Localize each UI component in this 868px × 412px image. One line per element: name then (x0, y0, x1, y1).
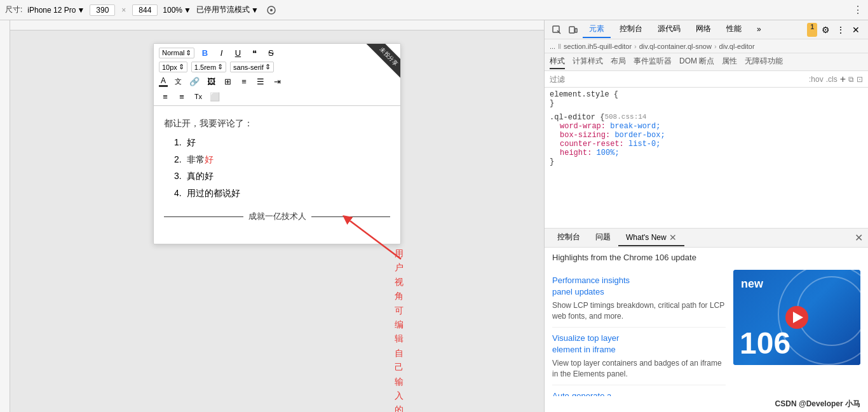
throttle-mode-label: 已停用节流模式 (196, 4, 250, 15)
device-selector[interactable]: iPhone 12 Pro ▼ (27, 6, 85, 15)
subtab-styles[interactable]: 样式 (550, 55, 565, 69)
bottom-tab-issues[interactable]: 问题 (588, 229, 618, 246)
text-color-button[interactable]: A (159, 76, 168, 87)
list-item: 3. 真的好 (174, 169, 390, 183)
top-toolbar: 尺寸: iPhone 12 Pro ▼ × 100% ▼ 已停用节流模式 ▼ ⋮ (0, 0, 868, 20)
styles-subtabs: 样式 计算样式 布局 事件监听器 DOM 断点 属性 无障碍功能 (545, 53, 868, 71)
list-text-4: 用过的都说好 (187, 188, 240, 198)
line-height-select[interactable]: 1.5rem ⇕ (191, 62, 226, 72)
filter-clear-button[interactable]: ⊡ (857, 75, 863, 84)
feature-title-1[interactable]: Performance insightspanel updates (552, 275, 726, 298)
feature-title-2[interactable]: Visualize top layerelement in iframe (552, 333, 726, 356)
css-close-ql: } (550, 157, 554, 166)
bottom-tabs: 控制台 问题 What's New ✕ ✕ (545, 229, 868, 248)
filter-hov[interactable]: :hov (809, 75, 824, 84)
video-new-label: new (741, 277, 763, 291)
editor-content[interactable]: 都让开，我要评论了： 1. 好 2. 非常好 3. 真的好 (154, 106, 400, 244)
subtab-properties[interactable]: 属性 (722, 55, 737, 69)
breadcrumb-sep-1: ll (558, 43, 561, 50)
network-icon[interactable] (264, 3, 279, 18)
more-options-button[interactable]: ⋮ (853, 4, 863, 16)
strikethrough-button[interactable]: S (264, 46, 277, 59)
bold-button[interactable]: B (198, 46, 211, 59)
tab-performance[interactable]: 性能 (720, 21, 748, 38)
css-prop-height: height: 100%; (550, 149, 620, 157)
list-text-1: 好 (187, 137, 196, 147)
list-num-3: 3. (174, 171, 182, 181)
throttle-dropdown-icon: ▼ (251, 6, 259, 15)
tab-more[interactable]: » (750, 22, 768, 37)
subtab-accessibility[interactable]: 无障碍功能 (745, 55, 783, 69)
subtab-dom-breakpoints[interactable]: DOM 断点 (679, 55, 714, 69)
subtab-computed[interactable]: 计算样式 (573, 55, 603, 69)
filter-cls[interactable]: .cls (826, 75, 837, 84)
css-source-ql[interactable]: 508.css:14 (604, 113, 646, 122)
height-input[interactable] (132, 4, 158, 16)
css-val-boxsizing: border-box; (614, 131, 665, 140)
font-size-value: 10px (162, 63, 177, 71)
vertical-ruler (0, 20, 10, 412)
font-family-dropdown-icon: ⇕ (265, 63, 271, 71)
customize-button[interactable]: ⋮ (834, 23, 848, 37)
link-button[interactable]: 🔗 (188, 75, 201, 88)
underline-button[interactable]: U (231, 46, 244, 59)
font-family-select[interactable]: sans-serif ⇕ (230, 62, 274, 72)
indent-button[interactable]: ⇥ (271, 75, 283, 88)
clear-format-button[interactable]: Tx (192, 90, 205, 103)
tab-network[interactable]: 网络 (689, 21, 717, 38)
settings-button[interactable]: ⚙ (818, 23, 832, 37)
quote-button[interactable]: ❝ (248, 46, 261, 59)
tab-elements[interactable]: 元素 (583, 21, 611, 38)
whats-new-close-x[interactable]: ✕ (669, 232, 677, 243)
code-block-button[interactable]: ⬜ (208, 90, 221, 103)
filter-add-button[interactable]: + (840, 74, 846, 85)
bottom-tab-whats-new[interactable]: What's New ✕ (618, 230, 684, 246)
zoom-dropdown-icon: ▼ (184, 6, 191, 15)
format-select[interactable]: Normal ⇕ (159, 48, 194, 58)
tab-console[interactable]: 控制台 (613, 21, 649, 38)
filter-copy-button[interactable]: ⧉ (848, 75, 854, 84)
list-item: 2. 非常好 (174, 152, 390, 166)
bottom-tab-console[interactable]: 控制台 (550, 229, 588, 246)
filter-input[interactable] (550, 75, 804, 84)
devtools-panel: 元素 控制台 源代码 网络 性能 » 1 ⚙ ⋮ ✕ ... ll sectio… (544, 20, 868, 412)
css-selector-ql: .ql-editor { (550, 113, 604, 122)
width-input[interactable] (90, 4, 115, 16)
font-size-dropdown-icon: ⇕ (179, 63, 184, 71)
device-toolbar-button[interactable] (566, 23, 580, 37)
font-family-value: sans-serif (233, 63, 264, 71)
italic-button[interactable]: I (215, 46, 227, 59)
features-list: Performance insightspanel updates Show L… (552, 270, 726, 396)
unordered-list-button[interactable]: ☰ (254, 75, 267, 88)
feature-title-3[interactable]: Auto-generate aname for recording (552, 390, 726, 396)
breadcrumb-dots[interactable]: ... (550, 43, 555, 50)
svg-rect-7 (575, 29, 577, 32)
breadcrumb-div-editor[interactable]: div.ql-editor (719, 43, 755, 50)
close-devtools-button[interactable]: ✕ (849, 23, 863, 37)
close-bottom-panel-button[interactable]: ✕ (855, 232, 863, 244)
device-frame-wrapper: 未投分享 Normal ⇕ B I U ❝ S (153, 43, 401, 244)
align-center-button[interactable]: ≡ (175, 90, 188, 103)
subtab-layout[interactable]: 布局 (611, 55, 626, 69)
list-num-1: 1. (174, 137, 182, 147)
align-left-button[interactable]: ≡ (159, 90, 172, 103)
zoom-selector[interactable]: 100% ▼ (163, 6, 191, 15)
ordered-list-button[interactable]: ≡ (238, 75, 250, 88)
table-button[interactable]: ⊞ (221, 75, 234, 88)
image-button[interactable]: 🖼 (205, 75, 217, 88)
throttle-mode-selector[interactable]: 已停用节流模式 ▼ (196, 4, 259, 15)
format-dropdown-icon: ⇕ (186, 49, 191, 57)
line-height-value: 1.5rem (194, 63, 216, 71)
list-text-2b: 好 (205, 154, 214, 164)
format-value: Normal (162, 49, 184, 56)
play-button[interactable] (785, 306, 808, 329)
breadcrumb-section[interactable]: section.ih5-quill-editor (564, 43, 632, 50)
font-size-select[interactable]: 10px ⇕ (159, 62, 187, 72)
css-val-height: 100%; (597, 149, 620, 157)
tab-sources[interactable]: 源代码 (651, 21, 687, 38)
video-thumbnail[interactable]: new 106 (733, 270, 860, 365)
inspect-element-button[interactable] (550, 23, 564, 37)
subtab-event-listeners[interactable]: 事件监听器 (634, 55, 672, 69)
font-icon-button[interactable]: 文 (172, 75, 184, 88)
breadcrumb-div-container[interactable]: div.ql-container.ql-snow (639, 43, 712, 50)
